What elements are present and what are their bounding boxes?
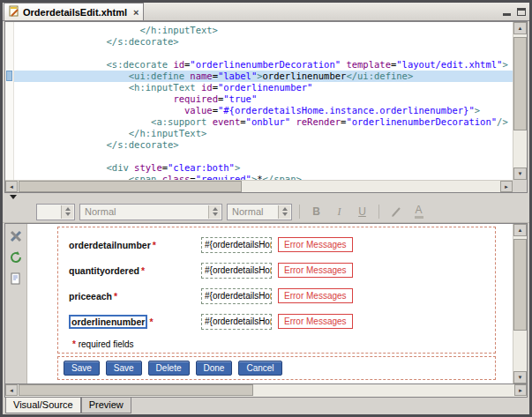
source-vertical-scrollbar[interactable]: ▲ ▼ bbox=[513, 22, 527, 180]
italic-button[interactable]: I bbox=[330, 204, 348, 220]
code-line[interactable]: <span class="required">*</span> bbox=[14, 174, 513, 180]
code-token: "true" bbox=[223, 93, 257, 104]
scrollbar-thumb[interactable] bbox=[513, 239, 527, 331]
code-line[interactable]: <h:inputText id="orderlinenumber" bbox=[14, 82, 513, 93]
source-horizontal-scrollbar[interactable]: ◄ ► bbox=[5, 180, 513, 192]
code-token: <div bbox=[28, 162, 134, 173]
save-button[interactable]: Save bbox=[64, 361, 100, 376]
close-icon[interactable]: × bbox=[133, 7, 139, 18]
spinner-icon[interactable] bbox=[278, 205, 290, 219]
scroll-down-icon[interactable]: ▼ bbox=[513, 371, 527, 383]
scrollbar-corner bbox=[513, 180, 527, 192]
code-token: "clear:both" bbox=[168, 162, 235, 173]
code-token: required bbox=[173, 93, 218, 104]
refresh-icon[interactable] bbox=[7, 249, 25, 266]
code-token: class bbox=[162, 174, 191, 180]
required-asterisk: * bbox=[149, 316, 153, 327]
code-token: id bbox=[201, 82, 213, 93]
source-code[interactable]: </h:inputText> </s:decorate> <s:decorate… bbox=[14, 22, 513, 180]
visual-vertical-scrollbar[interactable]: ▲ ▼ bbox=[513, 224, 527, 383]
field-input[interactable]: #{orderdetailsHome.instan bbox=[201, 263, 272, 279]
code-line[interactable] bbox=[14, 151, 513, 162]
code-line[interactable]: </h:inputText> bbox=[14, 25, 513, 36]
code-token bbox=[28, 93, 173, 104]
paragraph-format-combo[interactable]: Normal bbox=[79, 204, 222, 220]
code-line[interactable]: <a:support event="onblur" reRender="orde… bbox=[14, 116, 513, 128]
editor-tab[interactable]: OrderdetailsEdit.xhtml × bbox=[4, 3, 144, 20]
scroll-left-icon[interactable]: ◄ bbox=[5, 181, 18, 192]
scroll-up-icon[interactable]: ▲ bbox=[513, 224, 527, 236]
scroll-left-icon[interactable]: ◄ bbox=[5, 384, 18, 396]
preferences-icon[interactable] bbox=[7, 227, 25, 245]
save-button[interactable]: Save bbox=[106, 361, 142, 376]
required-asterisk: * bbox=[114, 291, 117, 302]
scrollbar-thumb[interactable] bbox=[19, 181, 242, 192]
spinner-icon[interactable] bbox=[208, 205, 221, 219]
spinner-icon[interactable] bbox=[61, 205, 73, 219]
source-editor-pane: </h:inputText> </s:decorate> <s:decorate… bbox=[4, 21, 528, 193]
vpe-toolbar: Normal Normal B I U A bbox=[3, 201, 529, 223]
field-label-text[interactable]: quantityordered bbox=[69, 265, 139, 276]
code-line[interactable]: required="true" bbox=[14, 93, 513, 105]
pane-splitter[interactable] bbox=[3, 193, 529, 201]
field-input[interactable]: #{orderdetailsHome.instan bbox=[201, 288, 272, 304]
field-input[interactable]: #{orderdetailsHome.instan bbox=[201, 314, 272, 330]
scroll-down-icon[interactable]: ▼ bbox=[513, 168, 527, 180]
field-label-text[interactable]: orderdetailnumber bbox=[69, 240, 151, 250]
vpe-side-toolbar bbox=[5, 224, 27, 383]
scrollbar-thumb[interactable] bbox=[513, 37, 527, 130]
code-token: <ui:define bbox=[28, 71, 190, 81]
error-messages-box: Error Messages bbox=[278, 314, 353, 329]
code-line[interactable]: </s:decorate> bbox=[14, 139, 513, 151]
scroll-up-icon[interactable]: ▲ bbox=[513, 22, 527, 34]
scroll-right-icon[interactable]: ► bbox=[514, 384, 527, 396]
code-token: name bbox=[190, 71, 212, 81]
annotation-gutter bbox=[5, 22, 14, 192]
maximize-icon[interactable] bbox=[517, 8, 526, 16]
code-token: <s:decorate bbox=[28, 59, 173, 70]
code-token: > bbox=[235, 162, 240, 173]
highlight-color-icon[interactable]: A bbox=[409, 204, 428, 220]
toolbar-separator bbox=[299, 205, 300, 219]
code-token: <span bbox=[28, 174, 162, 180]
code-line[interactable]: </s:decorate> bbox=[14, 36, 513, 48]
page-design-options-icon[interactable] bbox=[7, 270, 25, 287]
code-token: event bbox=[213, 116, 241, 127]
minimize-icon[interactable] bbox=[503, 13, 511, 16]
visual-canvas[interactable]: orderdetailnumber*#{orderdetailsHome.ins… bbox=[27, 224, 513, 383]
code-token: </s:decorate> bbox=[28, 139, 179, 150]
code-token: id bbox=[173, 59, 184, 70]
tab-visual-source[interactable]: Visual/Source bbox=[5, 398, 81, 413]
field-label-text[interactable]: orderlinenumber bbox=[69, 315, 147, 329]
code-token: "orderlinenumberDecoration" bbox=[346, 116, 497, 127]
field-label: quantityordered* bbox=[69, 265, 201, 276]
code-line[interactable]: <div style="clear:both"> bbox=[14, 162, 513, 174]
font-combo[interactable]: Normal bbox=[227, 204, 292, 220]
style-combo[interactable] bbox=[36, 204, 75, 220]
visual-horizontal-scrollbar[interactable]: ◄ ► bbox=[4, 384, 528, 398]
field-label: orderdetailnumber* bbox=[69, 240, 201, 250]
underline-button[interactable]: U bbox=[353, 204, 371, 220]
code-line[interactable]: </h:inputText> bbox=[14, 128, 513, 139]
scroll-right-icon[interactable]: ► bbox=[500, 181, 513, 192]
form-buttons: SaveSaveDeleteDoneCancel bbox=[57, 356, 496, 380]
code-token: style bbox=[134, 162, 162, 173]
code-line[interactable]: <ui:define name="label">orderlinenumber<… bbox=[14, 71, 513, 82]
code-line[interactable]: <s:decorate id="orderlinenumberDecoratio… bbox=[14, 59, 513, 71]
code-token: <a:support bbox=[28, 116, 213, 127]
code-token: </h:inputText> bbox=[28, 128, 206, 138]
tab-preview[interactable]: Preview bbox=[81, 398, 131, 413]
code-line[interactable]: value="#{orderdetailsHome.instance.order… bbox=[14, 105, 513, 116]
xhtml-file-icon bbox=[9, 5, 19, 19]
delete-button[interactable]: Delete bbox=[148, 361, 190, 376]
text-color-icon[interactable] bbox=[386, 204, 405, 220]
visual-editor-pane: orderdetailnumber*#{orderdetailsHome.ins… bbox=[4, 223, 528, 384]
bold-button[interactable]: B bbox=[307, 204, 326, 220]
form-preview: orderdetailnumber*#{orderdetailsHome.ins… bbox=[57, 227, 496, 354]
done-button[interactable]: Done bbox=[196, 361, 233, 376]
field-label-text[interactable]: priceeach bbox=[69, 291, 112, 302]
cancel-button[interactable]: Cancel bbox=[238, 361, 281, 376]
field-input[interactable]: #{orderdetailsHome.instan bbox=[201, 237, 272, 253]
code-line[interactable] bbox=[14, 48, 513, 59]
scrollbar-thumb[interactable] bbox=[19, 384, 253, 396]
